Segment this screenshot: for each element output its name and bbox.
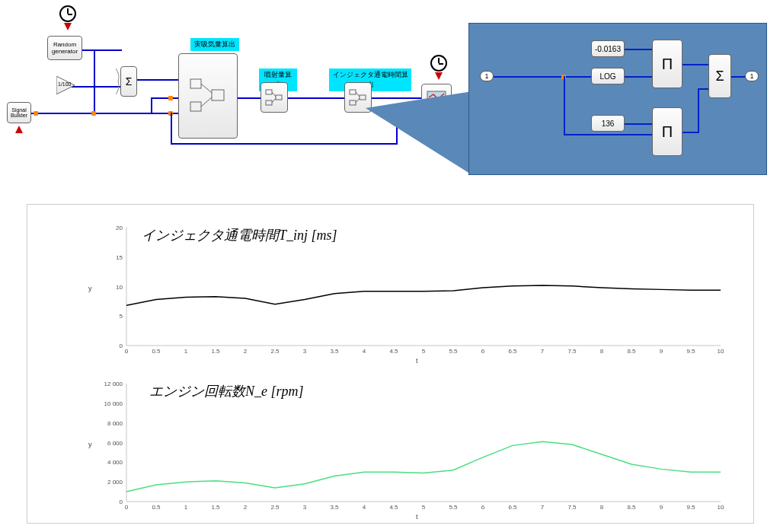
- red-arrow-icon: [15, 126, 23, 133]
- xlabel-2: t: [416, 513, 418, 521]
- svg-rect-2: [190, 102, 201, 111]
- svg-rect-8: [276, 95, 282, 100]
- subsystem-icon: [265, 88, 283, 107]
- svg-rect-3: [212, 90, 224, 100]
- svg-line-4: [201, 84, 212, 93]
- input-port[interactable]: 1: [480, 71, 494, 81]
- sum-block-detail[interactable]: Σ: [708, 54, 731, 98]
- const-block-1[interactable]: -0.0163: [591, 40, 625, 57]
- const-block-2[interactable]: 136: [591, 115, 625, 132]
- product-block-1[interactable]: Π: [652, 40, 682, 88]
- red-arrow-icon: [64, 23, 72, 30]
- product-block-2[interactable]: Π: [652, 107, 682, 156]
- svg-rect-13: [360, 95, 366, 100]
- plot-2: [104, 376, 728, 509]
- gain-block[interactable]: 1/100: [56, 76, 75, 94]
- svg-line-9: [272, 92, 276, 97]
- output-port[interactable]: 1: [745, 71, 759, 81]
- plot-1: [104, 220, 728, 353]
- chart-ne: エンジン回転数N_e [rpm] 00.511.522.533.544.555.…: [104, 376, 728, 513]
- svg-rect-1: [190, 79, 201, 88]
- gain-label: 1/100: [58, 81, 72, 87]
- detail-panel: 1 1 -0.0163 LOG 136 Π Π Σ: [468, 23, 767, 175]
- svg-rect-12: [350, 100, 356, 105]
- svg-line-14: [356, 92, 360, 97]
- svg-line-15: [356, 98, 360, 103]
- charts-panel: インジェクタ通電時間T_inj [ms] 00.511.522.533.544.…: [27, 204, 754, 524]
- subsystem-icon: [189, 73, 227, 119]
- clock-icon: [59, 5, 76, 22]
- svg-rect-7: [266, 100, 272, 105]
- sum-block[interactable]: Σ: [120, 66, 137, 97]
- clock-icon: [430, 55, 447, 72]
- red-arrow-icon: [435, 72, 443, 80]
- random-generator-block[interactable]: Random generator: [47, 36, 82, 60]
- signal-builder-block[interactable]: Signal Builder: [7, 102, 31, 123]
- chart-tinj: インジェクタ通電時間T_inj [ms] 00.511.522.533.544.…: [104, 220, 728, 357]
- log-block[interactable]: LOG: [591, 68, 625, 84]
- xlabel-1: t: [416, 357, 418, 365]
- svg-rect-6: [266, 90, 272, 94]
- subsystem-block-1[interactable]: [178, 53, 238, 139]
- svg-line-5: [201, 97, 212, 107]
- ylabel-1: y: [88, 285, 92, 292]
- svg-line-10: [272, 98, 276, 103]
- ylabel-2: y: [88, 441, 92, 448]
- subsystem-label-1: 実吸気量算出: [190, 38, 239, 51]
- svg-marker-18: [366, 91, 472, 175]
- subsystem-icon: [349, 88, 367, 107]
- subsystem-block-2[interactable]: [261, 82, 288, 113]
- svg-rect-11: [350, 90, 356, 94]
